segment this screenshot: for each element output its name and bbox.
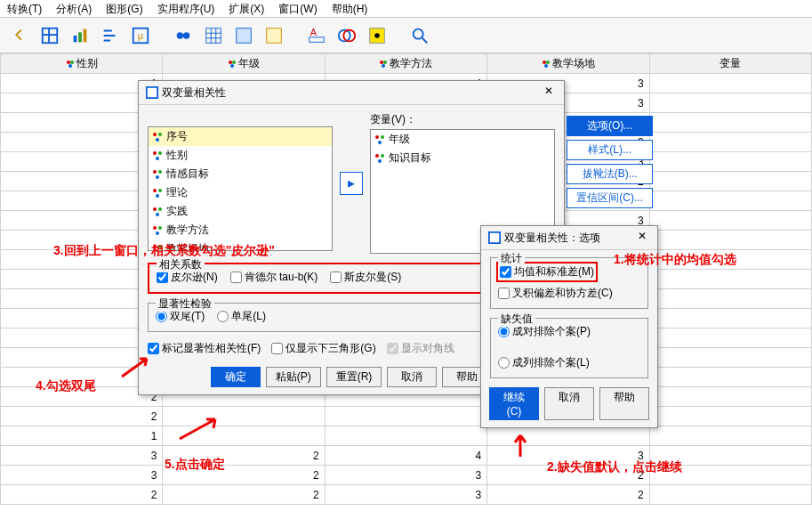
table-cell[interactable] (649, 250, 811, 270)
table-cell[interactable] (649, 387, 811, 407)
list-item[interactable]: 教学场地 (149, 239, 332, 251)
table-cell[interactable]: 2 (487, 466, 649, 485)
table-cell[interactable] (649, 407, 811, 426)
menu-transform[interactable]: 转换(T) (7, 2, 42, 15)
table-cell[interactable] (163, 426, 325, 446)
cross-product-checkbox[interactable]: 叉积偏差和协方差(C) (498, 286, 640, 301)
kendall-checkbox[interactable]: 肯德尔 tau-b(K) (230, 270, 318, 285)
toolbar-data-icon[interactable] (37, 23, 62, 48)
table-cell[interactable] (649, 211, 811, 231)
table-cell[interactable] (649, 289, 811, 309)
table-cell[interactable]: 2 (163, 446, 325, 466)
options-help-button[interactable]: 帮助 (599, 387, 649, 420)
table-cell[interactable] (649, 133, 811, 152)
undo-icon[interactable] (7, 23, 32, 48)
table-cell[interactable]: 3 (1, 466, 163, 485)
table-cell[interactable] (649, 446, 811, 466)
toolbar-grid1-icon[interactable] (201, 23, 226, 48)
table-row[interactable]: 2 (1, 407, 812, 426)
list-item[interactable]: 情感目标 (149, 165, 332, 183)
table-cell[interactable]: 2 (487, 485, 649, 505)
table-cell[interactable]: 3 (325, 466, 486, 485)
one-tailed-radio[interactable]: 单尾(L) (217, 309, 266, 324)
close-icon[interactable]: ✕ (634, 230, 650, 246)
style-button[interactable]: 样式(L)... (567, 140, 653, 160)
table-cell[interactable]: 4 (325, 446, 486, 466)
paste-button[interactable]: 粘贴(P) (266, 367, 321, 387)
move-right-button[interactable]: ▸ (340, 172, 363, 195)
table-row[interactable]: 3243 (1, 446, 812, 466)
table-row[interactable]: 1 (1, 426, 812, 446)
column-header[interactable]: 性别 (1, 54, 163, 74)
toolbar-weight-icon[interactable]: μ (128, 23, 153, 48)
column-header[interactable]: 教学方法 (325, 54, 486, 74)
menu-utilities[interactable]: 实用程序(U) (157, 2, 215, 15)
list-item[interactable]: 知识目标 (371, 149, 554, 167)
cancel-button[interactable]: 取消 (387, 367, 437, 387)
table-cell[interactable] (649, 309, 811, 328)
toolbar-chart-icon[interactable] (68, 23, 92, 48)
table-cell[interactable] (325, 407, 486, 426)
find-icon[interactable] (171, 23, 196, 48)
list-item[interactable]: 性别 (149, 146, 332, 165)
table-cell[interactable] (649, 485, 811, 505)
table-cell[interactable] (649, 231, 811, 250)
menu-extensions[interactable]: 扩展(X) (229, 2, 264, 15)
table-cell[interactable]: 1 (1, 426, 163, 446)
menu-analyze[interactable]: 分析(A) (56, 2, 92, 15)
table-cell[interactable] (325, 426, 486, 446)
list-item[interactable]: 教学方法 (149, 221, 332, 239)
table-cell[interactable]: 3 (487, 446, 649, 466)
lower-triangle-checkbox[interactable]: 仅显示下三角形(G) (271, 341, 375, 356)
diagonal-checkbox[interactable]: 显示对角线 (387, 341, 454, 356)
bootstrap-button[interactable]: 拔靴法(B)... (567, 164, 653, 184)
table-cell[interactable] (649, 152, 811, 172)
table-cell[interactable] (649, 93, 811, 113)
menu-graphs[interactable]: 图形(G) (106, 2, 142, 15)
options-button[interactable]: 选项(O)... (567, 116, 653, 136)
reset-button[interactable]: 重置(R) (326, 367, 382, 387)
table-cell[interactable]: 2 (1, 485, 163, 505)
column-header[interactable]: 教学场地 (487, 54, 649, 74)
list-item[interactable]: 年级 (371, 130, 554, 149)
toolbar-sort-icon[interactable] (98, 23, 123, 48)
ci-button[interactable]: 置信区间(C)... (567, 188, 653, 208)
options-cancel-button[interactable]: 取消 (544, 387, 594, 420)
continue-button[interactable]: 继续(C) (489, 387, 539, 420)
table-cell[interactable]: 3 (1, 446, 163, 466)
search-icon[interactable] (407, 23, 432, 48)
toolbar-label-icon[interactable]: A (304, 23, 329, 48)
table-cell[interactable]: 2 (163, 485, 325, 505)
table-cell[interactable] (163, 407, 325, 426)
list-item[interactable]: 序号 (149, 127, 332, 146)
toolbar-grid2-icon[interactable] (231, 23, 256, 48)
table-cell[interactable] (649, 74, 811, 93)
list-item[interactable]: 实践 (149, 202, 332, 221)
column-header[interactable]: 年级 (163, 54, 325, 74)
table-cell[interactable] (649, 172, 811, 191)
menu-window[interactable]: 窗口(W) (278, 2, 317, 15)
toolbar-target-icon[interactable] (365, 23, 390, 48)
table-cell[interactable] (649, 368, 811, 387)
table-cell[interactable] (487, 426, 649, 446)
table-cell[interactable] (649, 270, 811, 289)
list-item[interactable]: 理论 (149, 183, 332, 202)
table-row[interactable]: 3232 (1, 466, 812, 485)
table-row[interactable]: 2232 (1, 485, 812, 505)
source-variable-list[interactable]: 序号性别情感目标理论实践教学方法教学场地 (148, 126, 333, 251)
toolbar-grid3-icon[interactable] (261, 23, 286, 48)
column-header[interactable]: 变量 (649, 54, 811, 74)
menu-help[interactable]: 帮助(H) (332, 2, 368, 15)
table-cell[interactable] (649, 466, 811, 485)
table-cell[interactable] (649, 426, 811, 446)
table-cell[interactable]: 2 (163, 466, 325, 485)
ok-button[interactable]: 确定 (211, 367, 261, 387)
table-cell[interactable]: 2 (1, 407, 163, 426)
table-cell[interactable]: 3 (325, 485, 486, 505)
toolbar-venn-icon[interactable] (334, 23, 359, 48)
table-cell[interactable] (649, 348, 811, 368)
flag-sig-checkbox[interactable]: 标记显著性相关性(F) (148, 341, 261, 356)
close-icon[interactable]: ✕ (541, 85, 557, 101)
table-cell[interactable] (649, 328, 811, 348)
table-cell[interactable] (649, 191, 811, 211)
